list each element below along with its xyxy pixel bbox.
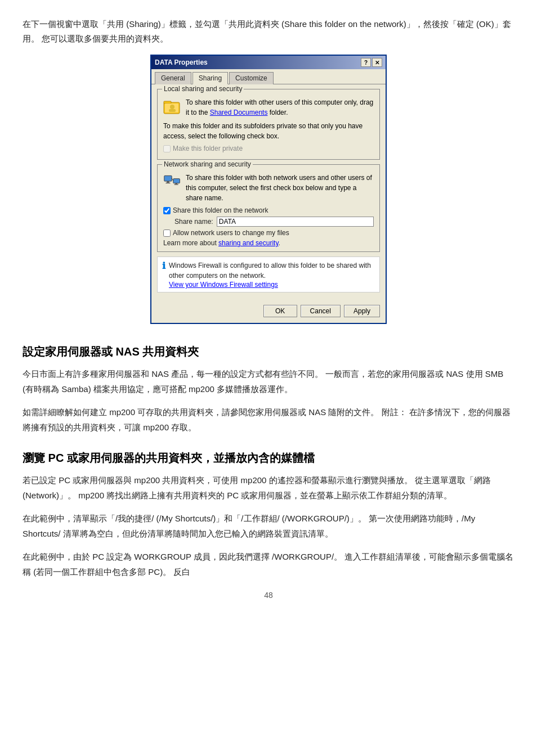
svg-rect-1 [164,101,171,104]
local-sharing-text: To share this folder with other users of… [186,97,374,118]
cancel-button[interactable]: Cancel [301,305,341,317]
network-sharing-text: To share this folder with both network u… [186,173,374,203]
firewall-message: Windows Firewall is configured to allow … [169,260,375,281]
close-button[interactable]: ✕ [372,58,382,67]
section1-para1: 今日市面上有許多種家用伺服器和 NAS 產品，每一種的設定方式都有些許不同。 一… [23,366,514,397]
local-sharing-section: Local sharing and security [157,89,380,160]
allow-change-checkbox-row: Allow network users to change my files [163,229,374,237]
svg-rect-4 [169,109,176,112]
share-name-input[interactable] [217,217,374,227]
dialog-title: DATA Properties [155,58,208,66]
svg-rect-5 [164,176,172,181]
allow-change-checkbox[interactable] [163,230,171,237]
network-sharing-label: Network sharing and security [162,160,253,168]
share-name-row: Share name: [174,217,374,227]
section2-para3: 在此範例中，由於 PC 設定為 WORKGROUP 成員，因此我們選擇 /WOR… [23,549,514,579]
section2-para2: 在此範例中，清單顯示「/我的捷徑/ (/My Shortcuts/)」和「/工作… [23,511,514,541]
apply-button[interactable]: Apply [344,305,380,317]
share-folder-label: Share this folder on the network [173,206,268,214]
section2-heading: 瀏覽 PC 或家用伺服器的共用資料夾，並播放內含的媒體檔 [23,451,514,466]
firewall-settings-link[interactable]: View your Windows Firewall settings [169,281,278,289]
dialog-titlebar: DATA Properties ? ✕ [151,56,386,69]
section1-heading: 設定家用伺服器或 NAS 共用資料夾 [23,344,514,359]
page-number: 48 [23,591,514,600]
make-private-checkbox-row: Make this folder private [163,145,374,152]
svg-point-3 [170,105,174,109]
data-properties-dialog: DATA Properties ? ✕ General Sharing Cust… [150,55,387,324]
titlebar-buttons: ? ✕ [361,58,382,67]
svg-rect-9 [175,183,177,184]
learn-more-row: Learn more about sharing and security. [163,239,374,247]
share-folder-checkbox-row: Share this folder on the network [163,206,374,214]
local-sharing-text2: To make this folder and its subfolders p… [163,121,374,141]
dialog-wrapper: DATA Properties ? ✕ General Sharing Cust… [23,55,514,324]
svg-rect-10 [174,184,178,184]
info-icon: ℹ [162,260,165,271]
intro-paragraph: 在下一個視窗中選取「共用 (Sharing)」標籤，並勾選「共用此資料夾 (Sh… [23,17,514,46]
dialog-footer: OK Cancel Apply [151,302,386,323]
shared-documents-link[interactable]: Shared Documents [210,109,268,116]
firewall-info-box: ℹ Windows Firewall is configured to allo… [157,256,380,292]
help-button[interactable]: ? [361,58,371,67]
tab-general[interactable]: General [155,72,191,84]
make-private-label: Make this folder private [173,145,243,152]
svg-rect-6 [167,181,169,183]
share-folder-checkbox[interactable] [163,207,171,214]
section1-para2: 如需詳細瞭解如何建立 mp200 可存取的共用資料夾，請參閱您家用伺服器或 NA… [23,404,514,435]
make-private-checkbox[interactable] [163,145,171,152]
ok-button[interactable]: OK [263,305,297,317]
share-name-label: Share name: [174,218,213,226]
firewall-text-block: Windows Firewall is configured to allow … [169,260,375,289]
tab-sharing[interactable]: Sharing [193,72,228,84]
network-icon [163,173,181,191]
dialog-body: Local sharing and security [151,84,386,302]
svg-rect-8 [173,179,180,183]
sharing-security-link[interactable]: sharing and security [218,239,279,247]
svg-rect-7 [165,183,170,183]
tab-customize[interactable]: Customize [229,72,274,84]
folder-icon [163,97,181,115]
local-sharing-label: Local sharing and security [162,85,244,93]
section2-para1: 若已設定 PC 或家用伺服器與 mp200 共用資料夾，可使用 mp200 的遙… [23,472,514,503]
dialog-tabs: General Sharing Customize [151,69,386,84]
local-sharing-content: To share this folder with other users of… [163,97,374,118]
network-sharing-section: Network sharing and security [157,164,380,252]
network-sharing-content: To share this folder with both network u… [163,173,374,203]
allow-change-label: Allow network users to change my files [173,229,289,237]
